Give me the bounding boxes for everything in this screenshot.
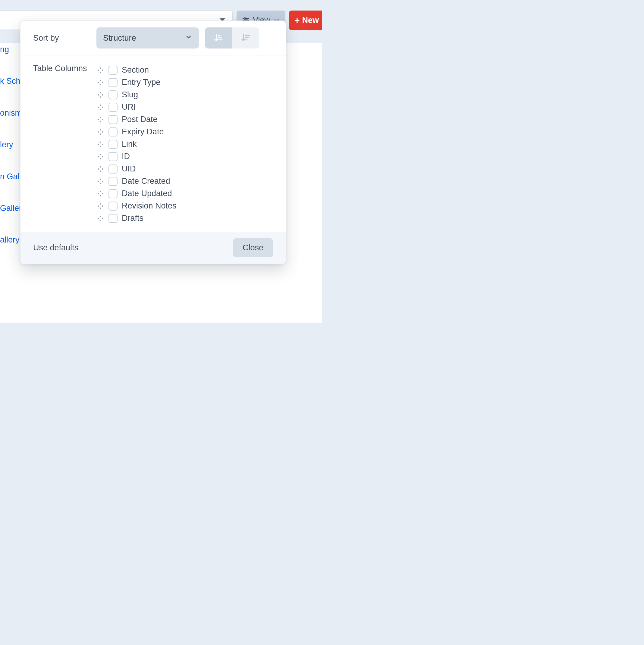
table-columns-list: SectionEntry TypeSlugURIPost DateExpiry … [97,64,273,224]
drag-handle-icon[interactable] [97,214,104,222]
svg-point-54 [100,191,101,192]
drag-handle-icon[interactable] [97,91,104,99]
sort-asc-icon [214,33,223,43]
svg-point-29 [100,109,101,110]
svg-point-55 [98,193,99,194]
svg-point-44 [102,156,103,157]
drag-handle-icon[interactable] [97,190,104,198]
drag-handle-icon[interactable] [97,128,104,136]
svg-point-41 [100,146,101,147]
svg-point-21 [100,84,101,85]
column-label: Revision Notes [122,201,177,211]
column-checkbox[interactable] [109,152,118,161]
svg-point-25 [100,96,101,97]
svg-point-34 [100,129,101,131]
drag-handle-icon[interactable] [97,116,104,124]
svg-point-28 [102,106,103,108]
column-item: Slug [97,88,273,101]
svg-point-64 [102,218,103,219]
use-defaults-button[interactable]: Use defaults [33,243,78,252]
column-label: Date Created [122,177,170,186]
new-button-label: New [302,16,319,25]
svg-point-43 [98,156,99,157]
svg-point-51 [98,181,99,182]
svg-point-1 [244,18,246,19]
column-item: Date Created [97,175,273,187]
drag-handle-icon[interactable] [97,165,104,173]
column-label: Entry Type [122,78,161,87]
column-checkbox[interactable] [109,78,118,87]
svg-point-39 [98,144,99,145]
drag-handle-icon[interactable] [97,103,104,111]
svg-point-30 [100,117,101,118]
svg-point-22 [100,92,101,93]
svg-point-63 [98,218,99,219]
svg-point-45 [100,158,101,159]
sort-field-select[interactable]: Structure [97,27,199,48]
close-button[interactable]: Close [233,238,273,257]
svg-point-33 [100,121,101,122]
svg-point-38 [100,141,101,143]
drag-handle-icon[interactable] [97,153,104,161]
column-checkbox[interactable] [109,66,118,75]
svg-point-40 [102,144,103,145]
svg-point-37 [100,133,101,135]
svg-point-65 [100,220,101,221]
svg-point-53 [100,183,101,184]
column-checkbox[interactable] [109,90,118,99]
column-label: Post Date [122,115,158,124]
column-item: Revision Notes [97,200,273,212]
column-item: Drafts [97,212,273,224]
column-label: Slug [122,90,138,99]
svg-point-42 [100,154,101,155]
column-item: Section [97,64,273,76]
sort-field-value: Structure [103,33,136,43]
svg-point-26 [100,104,101,106]
column-checkbox[interactable] [109,165,118,174]
drag-handle-icon[interactable] [97,66,104,74]
column-label: Date Updated [122,189,172,198]
column-checkbox[interactable] [109,115,118,124]
column-label: Expiry Date [122,127,164,137]
column-checkbox[interactable] [109,140,118,149]
new-button[interactable]: + New [289,11,322,30]
sort-desc-button[interactable] [232,27,259,48]
column-item: Link [97,138,273,150]
column-checkbox[interactable] [109,128,118,137]
column-checkbox[interactable] [109,214,118,223]
table-columns-row: Table Columns SectionEntry TypeSlugURIPo… [20,55,286,232]
column-checkbox[interactable] [109,177,118,186]
column-label: Link [122,140,137,149]
column-checkbox[interactable] [109,202,118,211]
column-item: Entry Type [97,76,273,88]
svg-point-61 [100,207,101,209]
svg-point-50 [100,178,101,180]
sort-direction-group [205,27,259,48]
popup-footer: Use defaults Close [20,232,286,264]
svg-point-46 [100,166,101,168]
sort-by-label: Sort by [33,33,91,43]
drag-handle-icon[interactable] [97,141,104,148]
svg-point-27 [98,106,99,108]
svg-point-17 [100,71,101,73]
column-checkbox[interactable] [109,103,118,112]
svg-point-52 [102,181,103,182]
view-options-popup: Sort by Structure [20,20,286,264]
drag-handle-icon[interactable] [97,79,104,86]
sort-asc-button[interactable] [205,27,232,48]
drag-handle-icon[interactable] [97,178,104,185]
drag-handle-icon[interactable] [97,202,104,210]
svg-point-32 [102,119,103,120]
svg-point-47 [98,168,99,170]
table-columns-label: Table Columns [33,64,91,73]
svg-point-36 [102,131,103,133]
sort-desc-icon [241,33,250,43]
svg-point-35 [98,131,99,133]
svg-point-48 [102,168,103,170]
column-label: Drafts [122,214,143,223]
svg-point-16 [102,69,103,71]
column-checkbox[interactable] [109,189,118,198]
svg-point-15 [98,69,99,71]
svg-point-24 [102,94,103,95]
svg-point-58 [100,203,101,205]
